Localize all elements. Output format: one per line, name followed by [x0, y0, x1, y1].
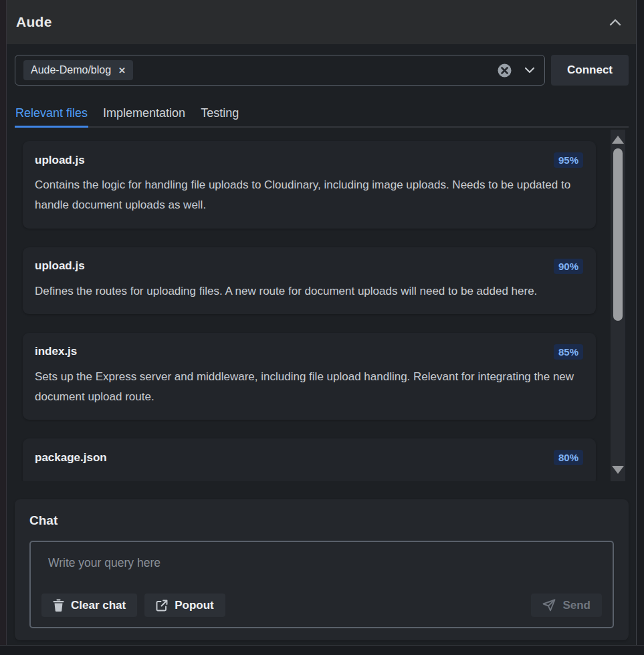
chat-section: Chat Clear chat: [15, 499, 629, 640]
clear-selection-icon[interactable]: [497, 63, 512, 78]
file-card[interactable]: upload.js 95% Contains the logic for han…: [23, 141, 596, 229]
file-card-list: upload.js 95% Contains the logic for han…: [7, 130, 636, 481]
tab-testing[interactable]: Testing: [200, 106, 239, 128]
chat-title: Chat: [29, 513, 614, 528]
send-label: Send: [562, 599, 591, 612]
chat-input[interactable]: [40, 551, 603, 591]
chevron-down-icon[interactable]: [524, 67, 535, 74]
repo-selector-row: Aude-Demo/blog ✕ Connect: [15, 55, 629, 86]
repo-tag-label: Aude-Demo/blog: [31, 64, 111, 76]
relevance-badge: 85%: [554, 344, 583, 360]
file-description: Defines the routes for uploading files. …: [35, 281, 583, 301]
tab-bar: Relevant files Implementation Testing: [15, 106, 629, 128]
file-card[interactable]: package.json 80%: [23, 438, 596, 481]
aude-panel: Aude Aude-Demo/blog ✕: [0, 0, 644, 646]
panel-title: Aude: [16, 14, 52, 30]
file-description: Sets up the Express server and middlewar…: [35, 367, 583, 408]
file-description: Contains the logic for handling file upl…: [35, 175, 583, 216]
right-edge-strip: [636, 0, 644, 645]
file-card[interactable]: index.js 85% Sets up the Express server …: [23, 333, 596, 420]
relevant-files-scroll-area: upload.js 95% Contains the logic for han…: [7, 130, 636, 481]
clear-chat-button[interactable]: Clear chat: [41, 594, 137, 617]
scroll-up-icon[interactable]: [612, 136, 624, 144]
send-button[interactable]: Send: [531, 594, 602, 617]
chat-button-row: Clear chat Popout: [40, 594, 603, 618]
relevance-badge: 90%: [554, 259, 583, 274]
left-edge-strip: [0, 0, 7, 645]
file-name: package.json: [35, 451, 107, 465]
panel-header[interactable]: Aude: [0, 0, 644, 44]
chat-box: Clear chat Popout: [29, 541, 614, 628]
scrollbar-thumb[interactable]: [613, 148, 623, 321]
tab-implementation[interactable]: Implementation: [102, 106, 186, 128]
scroll-down-icon[interactable]: [612, 466, 624, 474]
connect-button[interactable]: Connect: [551, 55, 629, 86]
trash-icon: [53, 599, 64, 612]
chevron-up-icon[interactable]: [609, 19, 621, 26]
repo-tag[interactable]: Aude-Demo/blog ✕: [23, 60, 133, 80]
popout-button[interactable]: Popout: [144, 594, 225, 617]
file-name: index.js: [35, 345, 77, 358]
tab-relevant-files[interactable]: Relevant files: [15, 106, 88, 128]
popout-icon: [156, 600, 168, 612]
remove-tag-icon[interactable]: ✕: [118, 66, 126, 76]
relevance-badge: 80%: [554, 450, 583, 465]
file-name: upload.js: [35, 259, 85, 273]
file-card[interactable]: upload.js 90% Defines the routes for upl…: [23, 247, 596, 314]
popout-label: Popout: [175, 599, 214, 612]
scrollbar-track[interactable]: [611, 130, 625, 481]
repo-select-box[interactable]: Aude-Demo/blog ✕: [15, 55, 545, 86]
send-icon: [542, 599, 556, 612]
clear-chat-label: Clear chat: [71, 599, 126, 612]
file-name: upload.js: [35, 154, 85, 167]
relevance-badge: 95%: [554, 152, 583, 168]
